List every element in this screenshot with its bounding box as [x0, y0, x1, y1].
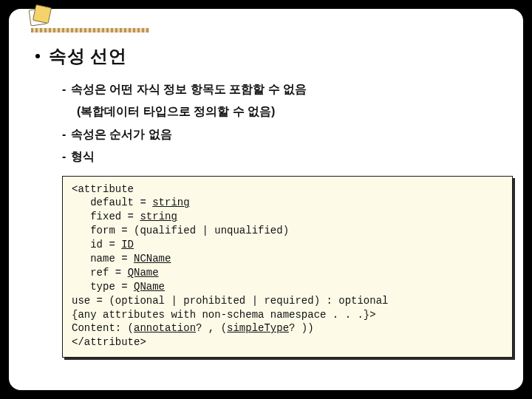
- heading-text: 속성 선언: [49, 46, 126, 66]
- header-underline: [31, 28, 149, 33]
- sub-item-3: -형식: [62, 146, 504, 168]
- code-line-6a: name =: [72, 253, 134, 265]
- code-line-3a: fixed =: [72, 211, 140, 222]
- code-line-8u: QName: [134, 281, 165, 293]
- bullet-icon: [35, 54, 40, 58]
- code-line-2u: string: [152, 197, 189, 208]
- sub-item-1-text: 속성은 어떤 자식 정보 항목도 포함할 수 없음: [71, 83, 307, 95]
- sub-item-2: -속성은 순서가 없음: [62, 123, 504, 146]
- sub-list: -속성은 어떤 자식 정보 항목도 포함할 수 없음 (복합데이터 타입으로 정…: [62, 78, 504, 168]
- sub-item-2-text: 속성은 순서가 없음: [71, 128, 172, 140]
- code-line-11u1: annotation: [134, 322, 196, 334]
- code-block: <attribute default = string fixed = stri…: [62, 176, 513, 358]
- code-line-4: form = (qualified | unqualified): [72, 225, 289, 236]
- code-line-1: <attribute: [72, 183, 134, 195]
- code-line-8a: type =: [72, 281, 134, 293]
- code-line-11a: Content: (: [72, 322, 134, 334]
- corner-decoration-icon: [27, 4, 52, 27]
- code-line-2a: default =: [72, 197, 152, 208]
- code-line-12: </attribute>: [72, 336, 146, 348]
- code-line-9: use = (optional | prohibited | required)…: [72, 295, 388, 307]
- code-line-7a: ref =: [72, 267, 128, 279]
- sub-item-3-text: 형식: [71, 150, 95, 163]
- sub-item-1: -속성은 어떤 자식 정보 항목도 포함할 수 없음: [62, 78, 504, 100]
- code-line-3u: string: [140, 211, 177, 222]
- main-heading: 속성 선언: [35, 44, 504, 68]
- code-line-10: {any attributes with non-schema namespac…: [72, 309, 376, 321]
- code-line-5u: ID: [121, 239, 134, 250]
- code-line-6u: NCName: [134, 253, 171, 265]
- code-line-5a: id =: [72, 239, 121, 250]
- slide-frame: 속성 선언 -속성은 어떤 자식 정보 항목도 포함할 수 없음 (복합데이터 …: [7, 7, 525, 392]
- code-line-7u: QName: [128, 267, 159, 279]
- sub-item-1-paren: (복합데이터 타입으로 정의할 수 없음): [77, 100, 504, 123]
- code-line-11c: ? )): [289, 322, 314, 334]
- code-line-11u2: simpleType: [227, 322, 289, 334]
- code-line-11b: ? , (: [196, 322, 227, 334]
